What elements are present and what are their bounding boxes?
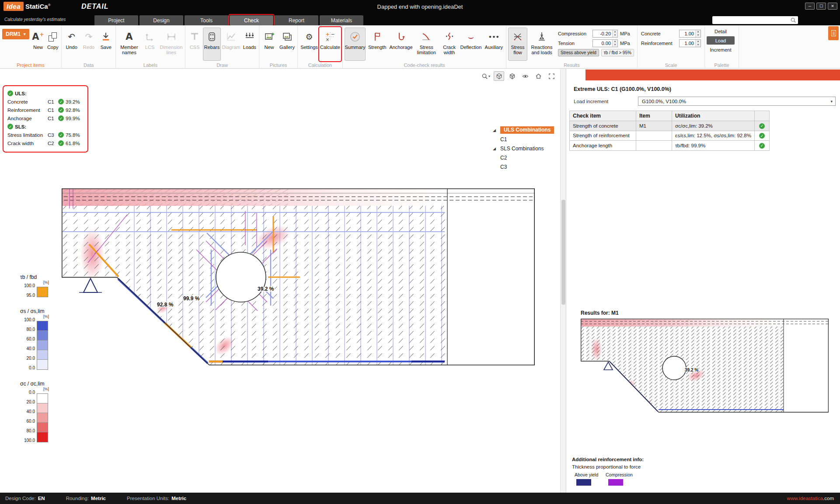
- undo-button[interactable]: ↶ Undo: [63, 28, 80, 61]
- axonometric-view-button[interactable]: [494, 71, 504, 81]
- drm1-dropdown[interactable]: DRM1▾: [2, 29, 29, 39]
- tab-tools[interactable]: Tools: [185, 15, 228, 25]
- scale-concrete-label: Concrete: [641, 31, 677, 36]
- css-button: CSS: [187, 28, 202, 61]
- zoom-tool-button[interactable]: ▾: [481, 71, 491, 81]
- compression-input[interactable]: -0.20 ▲▼: [593, 30, 618, 38]
- table-row[interactable]: Anchorage length τb/fbd: 99.9% ✓: [570, 141, 770, 151]
- tree-item-sls-combinations[interactable]: SLS Combinations: [500, 146, 544, 152]
- calculate-button[interactable]: +−× Calculate: [320, 28, 341, 61]
- group-label-data: Data: [62, 63, 115, 68]
- redo-button: ↷ Redo: [80, 28, 97, 61]
- gallery-button[interactable]: Gallery: [278, 28, 296, 61]
- group-label-palette: Palette: [705, 63, 739, 68]
- tb-fbd-scale-title: τb / fbd: [20, 274, 57, 280]
- picture-new-button[interactable]: New: [261, 28, 277, 61]
- detail-model-view[interactable]: 92.8 % 99.9 % 39.2 %: [62, 188, 535, 365]
- ribbon-group-calculation: ⚙ Settings +−× Calculate Calculation: [298, 25, 343, 69]
- app-logo: Idea StatiCa®: [3, 2, 51, 11]
- table-row[interactable]: Strength of concrete M1 σc/σc,lim: 39.2%…: [570, 121, 770, 131]
- tab-materials[interactable]: Materials: [320, 15, 363, 25]
- spinner-arrows[interactable]: ▲▼: [695, 40, 701, 47]
- settings-button[interactable]: ⚙ Settings: [300, 28, 319, 61]
- loads-button[interactable]: Loads: [242, 28, 258, 61]
- additional-info-title: Additional reinforcement info:: [572, 457, 644, 462]
- tree-item-uls-combinations[interactable]: ULS Combinations: [500, 126, 554, 134]
- solid-cube-icon: [509, 73, 516, 80]
- scrollbar-thumb[interactable]: [561, 200, 565, 305]
- close-button[interactable]: ✕: [828, 3, 837, 10]
- tab-check[interactable]: Check: [230, 15, 273, 25]
- check-results-table: Check item Item Utilization Strength of …: [569, 111, 770, 151]
- results-legend: τb / fbd [%] 100.095.0 σs / σs,lim [%] 1…: [20, 274, 57, 453]
- stress-above-yield-toggle[interactable]: Stress above yield: [558, 49, 599, 56]
- copy-button[interactable]: Copy: [45, 28, 60, 61]
- scale-reinforcement-input[interactable]: 1.00 ▲▼: [679, 39, 701, 47]
- tree-item-c1[interactable]: C1: [500, 136, 507, 143]
- zoom-fit-button[interactable]: [546, 71, 557, 81]
- design-code-value: EN: [38, 496, 45, 501]
- palette-increment-button[interactable]: Increment: [707, 45, 735, 54]
- spinner-arrows[interactable]: ▲▼: [612, 40, 617, 47]
- spinner-arrows[interactable]: ▲▼: [695, 30, 701, 37]
- strength-button[interactable]: Strength: [366, 28, 388, 61]
- rebars-button[interactable]: Rebars: [203, 28, 220, 61]
- canvas-scrollbar[interactable]: [560, 69, 566, 493]
- solid-view-button[interactable]: [507, 71, 517, 81]
- tab-project[interactable]: Project: [94, 15, 138, 25]
- tab-report[interactable]: Report: [275, 15, 318, 25]
- load-increment-dropdown[interactable]: G100.0%, V100.0% ▾: [638, 97, 836, 106]
- new-picture-icon: [264, 31, 275, 42]
- above-yield-label: Above yield: [575, 472, 598, 477]
- save-icon: [101, 31, 111, 42]
- deflection-button[interactable]: ⌣ Deflection: [460, 28, 482, 61]
- deflection-curve-icon: ⌣: [460, 29, 481, 44]
- member-names-button[interactable]: A Member names: [118, 28, 141, 61]
- expander-icon[interactable]: ◢: [493, 146, 498, 151]
- panel-header-strip: [586, 70, 840, 80]
- compression-swatch: [608, 479, 623, 486]
- tree-item-c3[interactable]: C3: [500, 164, 507, 170]
- drm1-label: DRM1: [6, 31, 21, 37]
- spinner-arrows[interactable]: ▲▼: [612, 30, 617, 37]
- rounding-label: Rounding:: [66, 496, 89, 501]
- member-names-icon: A: [125, 31, 132, 42]
- group-label-calculation: Calculation: [298, 63, 342, 68]
- palette-detail-button[interactable]: Detail: [707, 27, 735, 35]
- main-canvas[interactable]: ▾ ✓ULS: ConcreteC1✓39.2% ReinforcementC1…: [0, 69, 560, 493]
- maximize-button[interactable]: ☐: [816, 3, 826, 10]
- visibility-button[interactable]: [520, 71, 530, 81]
- scale-concrete-input[interactable]: 1.00 ▲▼: [679, 30, 701, 38]
- anchorage-utilization-label: 99.9 %: [183, 295, 200, 302]
- website-link[interactable]: www.ideastatica.com: [787, 496, 834, 501]
- tension-label: Tension: [558, 41, 590, 46]
- expander-icon[interactable]: ◢: [493, 128, 498, 132]
- crack-width-button[interactable]: Crack width: [440, 28, 459, 61]
- new-project-item-button[interactable]: A+ New: [31, 28, 45, 61]
- minimize-button[interactable]: ─: [805, 3, 815, 10]
- auxiliary-button[interactable]: ••• Auxiliary: [483, 28, 505, 61]
- table-row[interactable]: Strength of reinforcement εs/εs,lim: 12.…: [570, 131, 770, 141]
- titlebar: Idea StatiCa® DETAIL Dapped end with ope…: [0, 0, 840, 15]
- tree-item-c2[interactable]: C2: [500, 155, 507, 161]
- tension-input[interactable]: 0.00 ▲▼: [593, 39, 618, 47]
- ribbon: DRM1▾ A+ New Copy Project items ↶ Undo: [0, 25, 840, 69]
- anchorage-button[interactable]: Anchorage: [389, 28, 413, 61]
- stress-flow-button[interactable]: Stress flow: [508, 28, 527, 61]
- save-button[interactable]: Save: [98, 28, 114, 61]
- check-icon: ✓: [58, 99, 64, 104]
- home-view-button[interactable]: [533, 71, 544, 81]
- info-panel-button[interactable]: [828, 26, 839, 40]
- tab-design[interactable]: Design: [139, 15, 183, 25]
- tb-fbd-toggle[interactable]: τb / fbd > 95%: [601, 49, 634, 56]
- diagram-button: Diagram: [222, 28, 241, 61]
- search-input[interactable]: [712, 16, 798, 24]
- check-icon: ✓: [7, 90, 13, 96]
- summary-button[interactable]: Summary: [345, 28, 366, 61]
- reactions-and-loads-button[interactable]: Reactions and loads: [528, 28, 555, 61]
- stress-limitation-button[interactable]: Stress limitation: [414, 28, 439, 61]
- above-yield-swatch: [576, 479, 591, 486]
- units-label: Presentation Units:: [127, 496, 169, 501]
- palette-load-button[interactable]: Load: [707, 36, 735, 45]
- check-icon: ✓: [58, 140, 64, 146]
